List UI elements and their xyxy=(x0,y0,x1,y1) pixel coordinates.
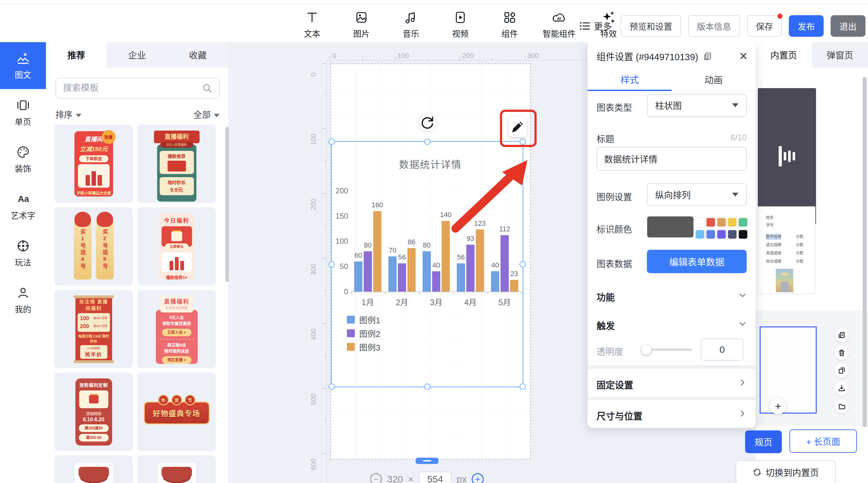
color-chip[interactable] xyxy=(717,230,726,239)
template-card[interactable]: 直播福利6.10日 8点开抢0元入会领取专属优惠券立即入会 >周五晚8点限时福利… xyxy=(137,290,216,368)
zoom-in-icon[interactable]: + xyxy=(472,473,484,483)
library-scrollbar[interactable] xyxy=(225,127,229,282)
rotate-handle[interactable] xyxy=(418,113,437,131)
chevron-down-icon xyxy=(732,103,738,107)
color-chip[interactable] xyxy=(695,217,705,227)
download-page-button[interactable] xyxy=(834,381,849,395)
selection-handle[interactable] xyxy=(424,384,431,390)
color-chip[interactable] xyxy=(695,230,705,239)
publish-button[interactable]: 发布 xyxy=(789,15,824,37)
trash-page-button[interactable] xyxy=(834,345,849,360)
copy-id-icon[interactable] xyxy=(703,51,712,61)
opacity-value-input[interactable] xyxy=(701,338,744,361)
preview-settings-button[interactable]: 预览和设置 xyxy=(621,15,681,37)
add-page-button[interactable]: + xyxy=(770,398,786,414)
opacity-slider-track[interactable] xyxy=(645,349,692,351)
component-selection-box[interactable] xyxy=(331,141,523,387)
color-chip[interactable] xyxy=(717,217,726,227)
ruler-number: 0 xyxy=(310,63,318,86)
page-height-input[interactable] xyxy=(419,472,452,483)
trigger-collapse-chevron[interactable] xyxy=(738,320,747,328)
color-chip[interactable] xyxy=(738,230,748,239)
add-long-page-button[interactable]: + 长页面 xyxy=(789,429,857,453)
tab-favorites[interactable]: 收藏 xyxy=(167,42,228,67)
sidebar-item-play[interactable]: 玩法 xyxy=(0,230,46,277)
zoom-out-icon[interactable]: − xyxy=(370,473,382,483)
tool-component[interactable]: 组件 xyxy=(492,10,527,39)
save-button[interactable]: 保存 xyxy=(747,15,782,37)
exit-button[interactable]: 退出 xyxy=(831,15,865,37)
template-card[interactable]: 年货节好物盛典专场 xyxy=(137,373,216,451)
search-input[interactable] xyxy=(56,83,202,93)
color-chip[interactable] xyxy=(738,217,748,227)
sort-dropdown[interactable]: 排序 xyxy=(56,108,82,120)
size-position-row[interactable]: 尺寸与位置 xyxy=(588,400,755,428)
duplicate-page-button[interactable] xyxy=(834,363,849,378)
template-card[interactable]: 限量直播间立减150元下单即送护肤小样赠品大全套详情请咨询客服 xyxy=(55,125,133,203)
tool-text[interactable]: 文本 xyxy=(294,10,330,39)
tool-music[interactable]: 音乐 xyxy=(394,10,428,39)
page-thumbnail-chart[interactable] xyxy=(758,88,816,224)
photo-detail xyxy=(781,273,789,276)
version-info-button[interactable]: 版本信息 xyxy=(688,15,740,37)
main-color-swatch[interactable] xyxy=(647,216,694,238)
tab-recommend[interactable]: 推荐 xyxy=(46,42,107,67)
page-resize-pill[interactable] xyxy=(415,458,438,464)
chart-type-select[interactable]: 柱状图 xyxy=(647,94,747,117)
poster-text: 立即入会 > xyxy=(162,329,191,336)
close-icon[interactable]: ✕ xyxy=(739,51,748,61)
function-collapse-chevron[interactable] xyxy=(738,291,747,300)
chart-title-input[interactable] xyxy=(596,147,747,171)
fixed-settings-row[interactable]: 固定设置 xyxy=(588,369,755,397)
sidebar-item-pictext[interactable]: 图文 xyxy=(0,42,46,89)
filter-dropdown[interactable]: 全部 xyxy=(193,108,220,120)
sidebar-item-single[interactable]: 单页 xyxy=(0,89,46,136)
page-thumbnail-form[interactable]: 姓名学号数学成绩分数语文成绩分数英语成绩分数综合成绩分数 xyxy=(758,206,815,294)
color-chip[interactable] xyxy=(727,217,737,227)
selection-handle[interactable] xyxy=(424,139,431,145)
template-card[interactable]: 直播福利0元入会领福利爆款推荐限时秒杀9.9元 xyxy=(137,125,216,203)
save-label: 保存 xyxy=(756,20,773,32)
tool-smart[interactable]: AI智能组件 xyxy=(542,10,577,39)
tab-enterprise[interactable]: 企业 xyxy=(107,42,167,67)
edit-form-data-button[interactable]: 编辑表单数据 xyxy=(647,250,747,273)
tab-animation[interactable]: 动画 xyxy=(672,72,755,86)
add-regular-page-button[interactable]: 规页 xyxy=(745,430,782,453)
opacity-slider-handle[interactable] xyxy=(641,344,652,355)
selection-handle[interactable] xyxy=(520,384,526,390)
selected-empty-page-thumbnail[interactable] xyxy=(760,326,817,414)
page-actions xyxy=(834,328,849,413)
folder-page-button[interactable] xyxy=(834,399,849,413)
sidebar-item-artword[interactable]: Aa艺术字 xyxy=(0,183,46,230)
tab-popup-pages[interactable]: 弹窗页 xyxy=(812,42,868,67)
color-chip[interactable] xyxy=(706,230,716,239)
template-card[interactable]: 关注领 直播间福利100满300 可用200满500 可用每周日晚上8点 限时秒… xyxy=(55,290,133,368)
color-chip[interactable] xyxy=(706,217,716,227)
tab-builtin-pages[interactable]: 内置页 xyxy=(755,42,812,67)
chevron-down-icon xyxy=(214,114,220,117)
template-card[interactable]: 宠粉福利定制活动时间6.10-6.20满200减30满300-50 xyxy=(55,373,133,451)
template-card[interactable] xyxy=(55,455,133,483)
template-card[interactable]: 今日福利立即参与爆款推荐1# xyxy=(137,207,216,285)
template-card[interactable] xyxy=(137,455,216,483)
poster-text: 限时福利派送 xyxy=(159,348,194,354)
selection-handle[interactable] xyxy=(329,261,335,268)
pages-scrollbar[interactable] xyxy=(863,77,867,427)
sidebar-item-mine[interactable]: 我的 xyxy=(0,277,46,324)
selection-handle[interactable] xyxy=(329,384,335,390)
selection-handle[interactable] xyxy=(520,261,526,268)
tab-style[interactable]: 样式 xyxy=(588,72,672,86)
copy-page-button[interactable] xyxy=(834,328,849,342)
selection-handle[interactable] xyxy=(329,139,335,145)
legend-layout-select[interactable]: 纵向排列 xyxy=(647,183,747,206)
poster-text: 领取专属优惠券 xyxy=(159,321,194,327)
tool-image[interactable]: 图片 xyxy=(344,10,379,39)
tool-video[interactable]: 视频 xyxy=(443,10,478,39)
color-chip[interactable] xyxy=(727,230,737,239)
badge: 限量 xyxy=(102,130,116,144)
switch-to-builtin-button[interactable]: 切换到内置页 xyxy=(736,460,836,483)
sidebar-item-decor[interactable]: 装饰 xyxy=(0,136,46,183)
template-card[interactable]: 买1号送4号买2号送8号 xyxy=(55,207,133,285)
search-icon[interactable] xyxy=(202,83,213,93)
more-menu[interactable]: 更多 xyxy=(580,20,612,32)
